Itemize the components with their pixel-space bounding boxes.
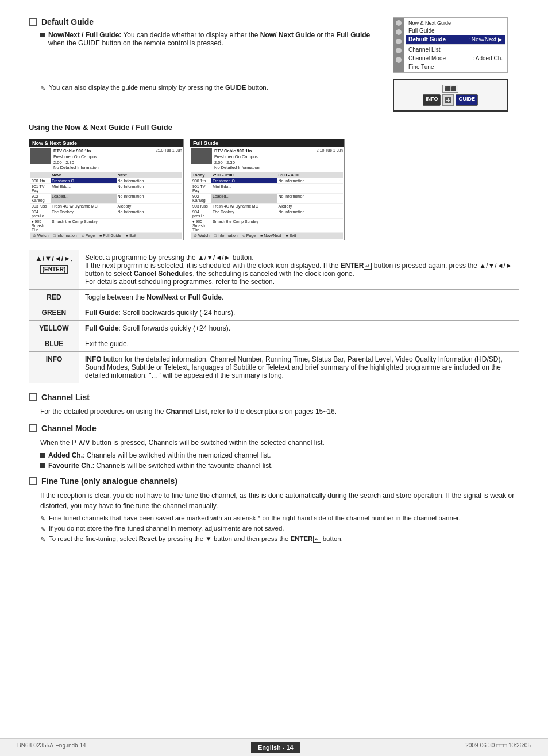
guide-row-6: ♦ 905 Smash The Smash the Comp Sunday (30, 219, 182, 233)
bullet1-text: Now/Next / Full Guide: You can decide wh… (48, 31, 381, 47)
key-green: GREEN (29, 305, 79, 321)
full-guide-row-3: 902 Karaog Loaded... No Information (191, 194, 343, 204)
key-table: ▲/▼/◄/►,(ENTER) Select a programme by pr… (29, 250, 519, 383)
full-guide-footer: ⊙ Watch □ Information ◇ Page ■ Now/Next … (191, 233, 343, 239)
menu-icon-remote (442, 94, 454, 106)
bullet-icon-2 (40, 463, 45, 468)
sidebar-icon-5 (396, 57, 402, 63)
full-guide-header-row: DTV Cable 900 1tn Freshmen On Campus 2:0… (191, 148, 343, 171)
using-guide-heading: Using the Now & Next Guide / Full Guide (29, 123, 519, 132)
fine-tune-heading: Fine Tune (only analogue channels) (29, 477, 519, 486)
full-guide-thumbnail (191, 148, 212, 164)
channel-mode-heading: Channel Mode (29, 424, 519, 433)
now-next-guide-title: Now & Next Guide (29, 139, 183, 147)
top-section: Default Guide Now/Next / Full Guide: You… (29, 17, 519, 112)
default-guide-heading: Default Guide (29, 17, 381, 26)
channel-mode-content: When the P ∧/∨ button is pressed, Channe… (40, 438, 519, 448)
info-button[interactable]: INFO (423, 94, 441, 106)
note-item-1: ✎ You can also display the guide menu si… (40, 84, 381, 92)
fine-tune-section: Fine Tune (only analogue channels) If th… (29, 477, 519, 543)
menu-content: Now & Next Guide Full Guide Default Guid… (404, 18, 507, 72)
note-icon-2: ✎ (40, 525, 45, 533)
key-row-info: INFO INFO button for the detailed inform… (29, 352, 519, 383)
key-yellow: YELLOW (29, 321, 79, 336)
bullet-icon (40, 453, 45, 458)
key-row-green: GREEN Full Guide: Scroll backwards quick… (29, 305, 519, 321)
bottom-right-text: 2009-06-30 □□□ 10:26:05 (465, 742, 531, 753)
key-row-nav: ▲/▼/◄/►,(ENTER) Select a programme by pr… (29, 250, 519, 290)
enter-key: (ENTER) (40, 265, 68, 274)
guide-row-5: 904 pres+c The Donkey... No Information (30, 209, 182, 219)
now-next-guide-screenshot: Now & Next Guide DTV Cable 900 1tn Fresh… (29, 139, 184, 240)
guide-row-1: 900 1tn Freshmen O... No Information (30, 178, 182, 184)
guide-content: DTV Cable 900 1tn Freshmen On Campus 2:0… (29, 147, 183, 240)
bullet1-text-span: You can decide whether to display either… (123, 31, 260, 39)
fine-tune-title: Fine Tune (only analogue channels) (41, 477, 177, 486)
full-guide-screenshot: Full Guide DTV Cable 900 1tn Freshmen On… (190, 139, 345, 240)
sidebar-icon-1 (396, 20, 402, 26)
full-guide-grid-header: Today 2:00 - 3:00 3:00 - 4:00 (191, 172, 343, 178)
menu-sidebar: Now & Next Guide Full Guide Default Guid… (393, 18, 507, 72)
channel-mode-bullet2: Favourite Ch.: Channels will be switched… (40, 462, 519, 470)
full-guide-info: DTV Cable 900 1tn Freshmen On Campus 2:0… (214, 148, 260, 171)
full-guide-title: Full Guide (190, 139, 344, 147)
menu-divider (406, 44, 505, 45)
full-guide-date: 2:10 Tue 1 Jun (317, 148, 343, 171)
page-number-box: English - 14 (251, 742, 300, 753)
default-guide-title: Default Guide (41, 17, 94, 26)
remote-box: ⬛⬛ INFO GUIDE (393, 79, 508, 112)
default-guide-section: Default Guide Now/Next / Full Guide: You… (29, 17, 381, 112)
guide-header-row: DTV Cable 900 1tn Freshmen On Campus 2:0… (30, 148, 182, 171)
guide-thumbnail (30, 148, 51, 164)
bullet1-next: Next Guide (279, 31, 315, 39)
guide-grid-header: Now Next (30, 172, 182, 178)
guide-row-3: 902 Karaog Loaded... No Information (30, 194, 182, 204)
channel-list-heading: Channel List (29, 393, 519, 402)
guide-row-2: 901 TV Pay Mini Edu... No Information (30, 184, 182, 194)
menu-row-channel-list: Channel List (406, 45, 505, 54)
key-nav-desc: Select a programme by pressing the ▲/▼/◄… (79, 250, 519, 290)
full-guide-row-1: 900 1tn Freshmen O... No Information (191, 178, 343, 184)
channel-list-title: Channel List (41, 393, 90, 402)
bullet1-now: Now/ (260, 31, 277, 39)
sidebar-icon-2 (396, 29, 402, 35)
note-icon-1: ✎ (40, 515, 45, 523)
enter-sym-fine: ↵ (313, 536, 321, 543)
bottom-bar: BN68-02355A-Eng.indb 14 English - 14 200… (0, 738, 548, 756)
fine-tune-content: If the reception is clear, you do not ha… (40, 490, 519, 511)
checkbox-icon (29, 18, 37, 26)
key-yellow-desc: Full Guide: Scroll forwards quickly (+24… (79, 321, 519, 336)
channel-list-checkbox (29, 393, 37, 401)
menu-box: Now & Next Guide Full Guide Default Guid… (393, 17, 508, 73)
note-icon: ✎ (40, 85, 45, 92)
fine-tune-note3: ✎ To reset the fine-tuning, select Reset… (40, 535, 519, 543)
full-guide-row-4: 903 Kiss Frosh 4C w/ Dynamic MC Aledory (191, 204, 343, 209)
menu-row-now-next-guide: Now & Next Guide (406, 19, 505, 26)
menu-row-default-guide[interactable]: Default Guide : Now/Next ▶ (406, 35, 505, 44)
key-blue-desc: Exit the guide. (79, 336, 519, 352)
bottom-left-text: BN68-02355A-Eng.indb 14 (17, 742, 86, 753)
channel-mode-bullet1: Added Ch.: Channels will be switched wit… (40, 451, 519, 459)
remote-top-btn: ⬛⬛ (442, 85, 458, 93)
guide-button[interactable]: GUIDE (456, 94, 478, 106)
fine-tune-checkbox (29, 477, 37, 485)
note1-text: You can also display the guide menu simp… (49, 84, 268, 92)
guide-date: 2:10 Tue 1 Jun (156, 148, 182, 171)
key-row-red: RED Toggle between the Now/Next or Full … (29, 290, 519, 305)
remote-buttons-row: ⬛⬛ INFO GUIDE (423, 85, 478, 106)
bullet1-or: or the (317, 31, 337, 39)
guide-info: DTV Cable 900 1tn Freshmen On Campus 2:0… (53, 148, 99, 171)
grid-icon (445, 97, 451, 103)
bullet1-bold: Now/Next / Full Guide: (48, 31, 121, 39)
sidebar-icon-4 (396, 48, 402, 53)
enter-sym: ↵ (364, 263, 372, 270)
bullet-item-1: Now/Next / Full Guide: You can decide wh… (40, 31, 381, 47)
key-info: INFO (29, 352, 79, 383)
sidebar-icon-3 (396, 39, 402, 44)
full-guide-content: DTV Cable 900 1tn Freshmen On Campus 2:0… (190, 147, 344, 240)
bullet1-end: when the GUIDE button on the remote cont… (48, 39, 223, 47)
menu-row-fine-tune: Fine Tune (406, 63, 505, 71)
bullet1-full: Full Guide (337, 31, 371, 39)
full-guide-row-2: 901 TV Pay Mini Edu... (191, 184, 343, 194)
note-icon-3: ✎ (40, 536, 45, 543)
